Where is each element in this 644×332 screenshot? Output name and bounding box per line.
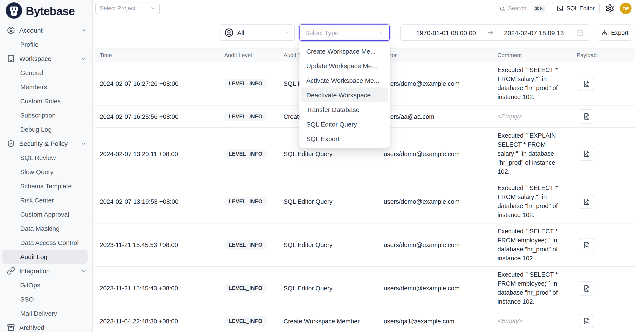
cell-actor: users/aa@aa.com [384,113,498,120]
payload-view-button[interactable] [579,314,594,328]
sidebar-item-label: Security & Policy [19,140,68,147]
sidebar-item-custom-approval[interactable]: Custom Approval [0,207,92,221]
cell-comment: Executed `"SELECT * FROM employee;"` in … [498,270,567,306]
topbar: Select Project Search K SQL Editor DE [93,0,644,17]
sidebar-item-sql-review[interactable]: SQL Review [0,151,92,165]
file-search-icon [583,318,590,325]
type-filter-dropdown-menu: Create Workspace Me... Update Workspace … [300,42,390,148]
sidebar-item-profile[interactable]: Profile [0,37,92,51]
column-header-time: Time [96,52,224,58]
payload-view-button[interactable] [579,109,594,124]
sidebar-item-audit-log[interactable]: Audit Log [2,250,88,264]
sidebar: Bytebase Account Profile Workspace Gener… [0,0,93,332]
menu-item-activate-workspace-member[interactable]: Activate Workspace Me... [301,73,388,88]
type-filter-placeholder: Select Type [305,29,338,36]
export-button[interactable]: Export [598,24,632,41]
menu-item-transfer-database[interactable]: Transfer Database [301,102,388,117]
chevron-down-icon [81,141,87,147]
brand-name: Bytebase [26,5,74,18]
sidebar-item-label: Workspace [19,55,52,62]
file-search-icon [583,80,590,87]
sidebar-item-mail-delivery[interactable]: Mail Delivery [0,306,92,321]
column-header-actor: Actor [384,52,498,58]
chevron-down-icon [81,268,87,274]
table-row: 2024-02-07 13:19:53 +08:00 LEVEL_INFO SQ… [96,180,636,223]
sidebar-item-workspace[interactable]: Workspace [0,51,92,66]
sidebar-item-security-policy[interactable]: Security & Policy [0,136,92,151]
cell-comment: Executed `"SELECT * FROM salary;"` in da… [498,183,567,220]
sidebar-item-custom-roles[interactable]: Custom Roles [0,94,92,108]
audit-level-badge: LEVEL_INFO [224,112,267,121]
table-row: 2023-11-21 15:45:53 +08:00 LEVEL_INFO SQ… [96,223,636,267]
audit-level-badge: LEVEL_INFO [224,316,267,326]
date-range-picker[interactable]: 1970-01-01 08:00:00 2024-02-07 18:09:13 [400,24,590,41]
link-icon [7,267,15,275]
sidebar-item-integration[interactable]: Integration [0,264,92,278]
gear-icon[interactable] [605,4,614,13]
cell-actor: users/demo@example.com [384,241,498,248]
sidebar-nav: Account Profile Workspace General Member… [0,23,92,332]
sidebar-item-debug-log[interactable]: Debug Log [0,122,92,136]
sidebar-item-subscription[interactable]: Subscription [0,108,92,122]
table-row: 2023-11-21 15:45:43 +08:00 LEVEL_INFO SQ… [96,267,636,310]
sidebar-item-data-access-control[interactable]: Data Access Control [0,235,92,250]
type-filter-select[interactable]: Select Type [300,24,390,41]
column-header-comment: Comment [498,52,576,58]
payload-view-button[interactable] [579,194,594,209]
shield-check-icon [7,139,15,148]
command-icon [535,6,539,10]
bytebase-logo[interactable]: Bytebase [6,2,74,20]
menu-item-sql-export[interactable]: SQL Export [301,131,388,146]
file-search-icon [583,113,590,120]
audit-level-badge: LEVEL_INFO [224,240,267,250]
sidebar-item-members[interactable]: Members [0,80,92,94]
cell-time: 2023-11-04 22:48:30 +08:00 [96,318,224,325]
cell-audit-type: SQL Editor Query [284,198,384,205]
cell-comment: <Empty> [498,112,567,121]
payload-view-button[interactable] [579,77,594,91]
sidebar-item-general[interactable]: General [0,66,92,80]
archive-icon [7,324,15,332]
search-placeholder: Search [508,5,533,11]
cell-comment: Executed `"SELECT * FROM employee;"` in … [498,227,567,263]
building-icon [7,54,15,63]
avatar[interactable]: DE [620,2,632,14]
sidebar-item-gitops[interactable]: GitOps [0,278,92,292]
chevron-down-icon [284,30,290,36]
payload-view-button[interactable] [579,147,594,161]
cell-audit-type: SQL Editor Query [284,150,384,157]
sidebar-item-slow-query[interactable]: Slow Query [0,165,92,179]
menu-item-create-workspace-member[interactable]: Create Workspace Me... [301,44,388,58]
column-header-audit-level: Audit Level [224,52,284,58]
sidebar-item-account[interactable]: Account [0,23,92,37]
sidebar-item-sso[interactable]: SSO [0,292,92,306]
terminal-icon [557,5,564,11]
sql-editor-button[interactable]: SQL Editor [552,2,600,14]
sidebar-item-risk-center[interactable]: Risk Center [0,193,92,207]
file-search-icon [583,150,590,158]
cell-time: 2024-02-07 16:25:56 +08:00 [96,113,224,120]
sidebar-item-data-masking[interactable]: Data Masking [0,221,92,235]
cell-time: 2023-11-21 15:45:53 +08:00 [96,241,224,248]
menu-item-update-workspace-member[interactable]: Update Workspace Me... [301,58,388,73]
actor-filter-select[interactable]: All [220,24,295,41]
cell-time: 2024-02-07 16:27:26 +08:00 [96,80,224,87]
payload-view-button[interactable] [579,281,594,295]
search-icon [500,5,506,11]
table-row: 2023-11-04 22:48:30 +08:00 LEVEL_INFO Cr… [96,310,636,332]
cell-comment: Executed `"SELECT * FROM salary;"` in da… [498,66,567,102]
sidebar-item-archived[interactable]: Archived [0,321,92,332]
menu-item-deactivate-workspace-member[interactable]: Deactivate Workspace ... [301,88,388,102]
cell-comment: Executed `"EXPLAIN SELECT * FROM salary;… [498,131,567,176]
search-input[interactable]: Search K [496,2,548,14]
arrow-right-icon [486,29,494,36]
project-select[interactable]: Select Project [96,2,160,14]
sidebar-item-label: Account [19,27,42,34]
cell-actor: users/demo@example.com [384,198,498,205]
payload-view-button[interactable] [579,238,594,252]
project-select-placeholder: Select Project [100,5,136,11]
menu-item-sql-editor-query[interactable]: SQL Editor Query [301,117,388,131]
cell-comment: <Empty> [498,317,567,326]
sidebar-item-schema-template[interactable]: Schema Template [0,179,92,193]
cell-actor: users/qa1@example.com [384,318,498,325]
